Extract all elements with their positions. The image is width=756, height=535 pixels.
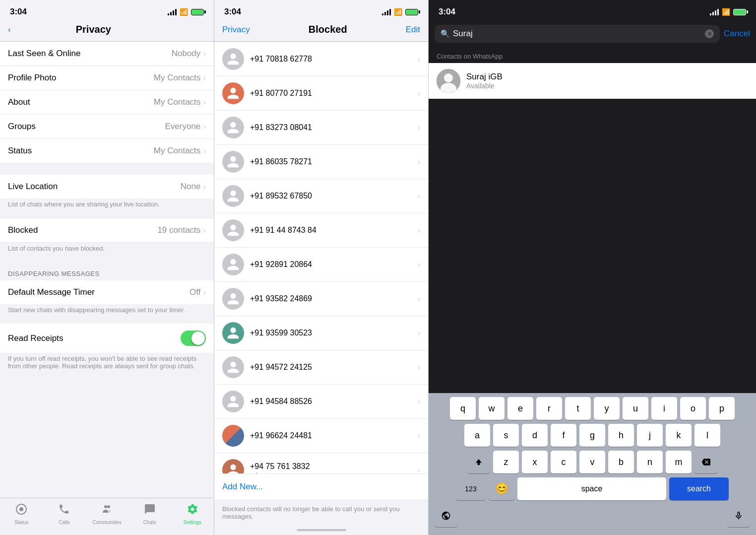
blocked-item-9[interactable]: +91 94572 24125 › — [214, 350, 428, 385]
search-input[interactable] — [453, 29, 702, 39]
about-label: About — [8, 97, 154, 107]
person-icon-8 — [226, 326, 240, 340]
chevron-2: › — [418, 124, 420, 132]
search-bar-container: 🔍 ✕ Cancel — [429, 20, 756, 48]
chevron-12: › — [418, 466, 420, 473]
status-time-3: 3:04 — [439, 7, 455, 17]
person-icon-12 — [226, 463, 240, 473]
blocked-item-6[interactable]: +91 92891 20864 › — [214, 248, 428, 282]
blocked-item-10[interactable]: +91 94584 88526 › — [214, 385, 428, 419]
key-emoji[interactable]: 😊 — [489, 477, 514, 500]
key-k[interactable]: k — [666, 424, 692, 447]
tab-communities[interactable]: Communities — [85, 503, 128, 525]
blocked-item-3[interactable]: +91 86035 78271 › — [214, 145, 428, 179]
battery-icon-1 — [191, 9, 204, 15]
contact-result-suraj[interactable]: Suraj iGB Available — [429, 63, 756, 99]
receipts-item[interactable]: Read Receipts — [0, 324, 214, 353]
key-x[interactable]: x — [522, 451, 548, 473]
key-space[interactable]: space — [517, 477, 666, 500]
status-icons-1: 📶 — [168, 8, 204, 16]
tab-settings[interactable]: Settings — [171, 503, 214, 525]
key-a[interactable]: a — [464, 424, 490, 447]
svg-point-1 — [19, 507, 23, 511]
key-o[interactable]: o — [680, 397, 706, 420]
keyboard-row-1: q w e r t y u i o p — [431, 397, 754, 420]
key-p[interactable]: p — [709, 397, 735, 420]
add-new-button[interactable]: Add New... — [214, 473, 428, 500]
key-z[interactable]: z — [493, 451, 519, 473]
tab-chats[interactable]: Chats — [128, 503, 171, 525]
status-item[interactable]: Status My Contacts › — [0, 139, 214, 163]
blocked-item-2[interactable]: +91 83273 08041 › — [214, 111, 428, 145]
wifi-icon-2: 📶 — [394, 8, 402, 16]
settings-tab-icon — [187, 503, 198, 518]
status-value: My Contacts — [154, 146, 200, 156]
key-v[interactable]: v — [579, 451, 605, 473]
key-w[interactable]: w — [479, 397, 504, 420]
key-q[interactable]: q — [450, 397, 476, 420]
communities-tab-icon — [101, 503, 113, 518]
chevron-3: › — [418, 158, 420, 166]
person-icon-1 — [226, 86, 240, 100]
key-t[interactable]: t — [565, 397, 591, 420]
about-item[interactable]: About My Contacts › — [0, 90, 214, 115]
key-d[interactable]: d — [522, 424, 548, 447]
key-microphone[interactable] — [727, 504, 750, 527]
timer-item[interactable]: Default Message Timer Off › — [0, 280, 214, 304]
person-icon-3 — [226, 155, 240, 169]
key-y[interactable]: y — [594, 397, 620, 420]
signal-bar-4 — [175, 9, 177, 15]
wifi-icon-1: 📶 — [180, 8, 188, 16]
chevron-9: › — [418, 363, 420, 371]
blocked-item-partial[interactable]: +91 70818 62778 › — [214, 42, 428, 76]
key-c[interactable]: c — [551, 451, 576, 473]
key-b[interactable]: b — [608, 451, 634, 473]
blocked-item[interactable]: Blocked 19 contacts › — [0, 218, 214, 242]
tab-status[interactable]: Status — [0, 503, 43, 525]
live-location-label: Live Location — [8, 182, 181, 192]
receipts-toggle[interactable] — [181, 331, 206, 346]
blocked-item-1[interactable]: +91 80770 27191 › — [214, 76, 428, 111]
key-f[interactable]: f — [551, 424, 576, 447]
avatar-5 — [222, 219, 244, 241]
last-seen-item[interactable]: Last Seen & Online Nobody › — [0, 42, 214, 66]
key-globe[interactable] — [435, 504, 457, 527]
mic-icon — [734, 511, 744, 521]
blocked-back-button[interactable]: Privacy — [222, 25, 250, 35]
key-shift[interactable] — [467, 451, 490, 473]
blocked-item-4[interactable]: +91 89532 67850 › — [214, 179, 428, 213]
search-bar[interactable]: 🔍 ✕ — [435, 25, 720, 43]
blocked-item-7[interactable]: +91 93582 24869 › — [214, 282, 428, 316]
key-backspace[interactable] — [694, 451, 717, 473]
edit-button[interactable]: Edit — [406, 25, 420, 35]
blocked-item-8[interactable]: +91 93599 30523 › — [214, 316, 428, 350]
key-numbers[interactable]: 123 — [456, 477, 486, 500]
key-u[interactable]: u — [623, 397, 648, 420]
person-icon-10 — [226, 395, 240, 408]
nav-bar-1: ‹ Privacy — [0, 20, 214, 42]
key-e[interactable]: e — [507, 397, 533, 420]
key-g[interactable]: g — [579, 424, 605, 447]
key-m[interactable]: m — [666, 451, 692, 473]
key-n[interactable]: n — [637, 451, 663, 473]
blocked-item-5[interactable]: +91 91 44 8743 84 › — [214, 213, 428, 248]
tab-calls[interactable]: Calls — [43, 503, 85, 525]
key-i[interactable]: i — [651, 397, 677, 420]
key-r[interactable]: r — [536, 397, 562, 420]
profile-photo-item[interactable]: Profile Photo My Contacts › — [0, 66, 214, 90]
key-h[interactable]: h — [608, 424, 634, 447]
battery-tip-3 — [747, 10, 748, 13]
last-seen-chevron: › — [203, 50, 206, 58]
key-s[interactable]: s — [493, 424, 519, 447]
blocked-item-12[interactable]: +94 75 761 3832 ~duuu › — [214, 453, 428, 473]
key-j[interactable]: j — [637, 424, 663, 447]
key-l[interactable]: l — [694, 424, 720, 447]
avatar-10 — [222, 391, 244, 412]
key-search[interactable]: search — [669, 477, 729, 500]
settings-list: Last Seen & Online Nobody › Profile Phot… — [0, 42, 214, 535]
groups-item[interactable]: Groups Everyone › — [0, 115, 214, 139]
blocked-item-11[interactable]: +91 96624 24481 › — [214, 419, 428, 453]
clear-search-button[interactable]: ✕ — [705, 29, 714, 38]
live-location-item[interactable]: Live Location None › — [0, 175, 214, 199]
cancel-search-button[interactable]: Cancel — [724, 29, 750, 39]
